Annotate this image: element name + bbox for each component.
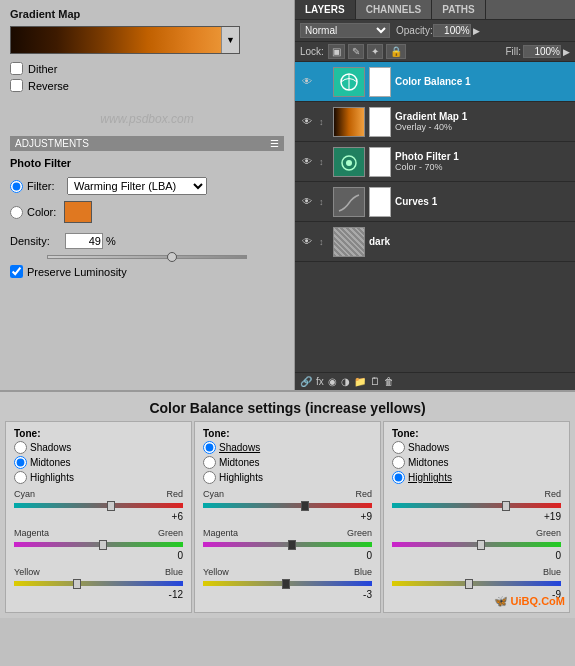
blue-thumb-3[interactable] [465, 579, 473, 589]
fill-input[interactable] [523, 45, 561, 58]
gradient-bar-container[interactable]: ▼ [10, 26, 240, 54]
layer-info-cb1: Color Balance 1 [395, 76, 571, 87]
red-label-3: Red [544, 489, 561, 499]
cyan-label-2: Cyan [203, 489, 224, 499]
fill-label: Fill: [505, 46, 521, 57]
yellow-blue-thumb-2[interactable] [282, 579, 290, 589]
layer-info-dark: dark [369, 236, 571, 247]
opacity-arrow[interactable]: ▶ [473, 26, 480, 36]
tone-highlights-3: Highlights [392, 471, 561, 484]
tone-shadows-radio-2[interactable] [203, 441, 216, 454]
layer-info-pf1: Photo Filter 1 Color - 70% [395, 151, 571, 172]
density-input[interactable] [65, 233, 103, 249]
opacity-input[interactable] [433, 24, 471, 37]
layer-curves-1[interactable]: 👁 ↕ Curves 1 [295, 182, 575, 222]
yellow-blue-thumb-1[interactable] [73, 579, 81, 589]
magenta-green-row-2: Magenta Green 0 [203, 528, 372, 561]
blue-track-3[interactable] [392, 581, 561, 586]
eye-icon-c1[interactable]: 👁 [299, 194, 315, 210]
yellow-label-1: Yellow [14, 567, 40, 577]
reverse-label: Reverse [28, 80, 69, 92]
eye-icon-dark[interactable]: 👁 [299, 234, 315, 250]
magenta-green-thumb-1[interactable] [99, 540, 107, 550]
lock-icons: ▣ ✎ ✦ 🔒 [328, 44, 506, 59]
mask-icon[interactable]: ◉ [328, 376, 337, 387]
red-thumb-3[interactable] [502, 501, 510, 511]
tone-shadows-radio-3[interactable] [392, 441, 405, 454]
red-value-3: +19 [392, 511, 561, 522]
mask-thumb-pf1 [369, 147, 391, 177]
folder-icon[interactable]: 📁 [354, 376, 366, 387]
cyan-red-track-wrap-2 [203, 500, 372, 510]
tone-highlights-radio-3[interactable] [392, 471, 405, 484]
magenta-green-thumb-2[interactable] [288, 540, 296, 550]
color-radio[interactable] [10, 206, 23, 219]
fx-icon[interactable]: fx [316, 376, 324, 387]
density-slider-thumb[interactable] [167, 252, 177, 262]
tone-midtones-3: Midtones [392, 456, 561, 469]
layer-photo-filter-1[interactable]: 👁 ↕ Photo Filter 1 Color - 70% [295, 142, 575, 182]
adjustments-icon[interactable]: ☰ [270, 138, 279, 149]
cb-sliders-3: Red +19 Green [392, 489, 561, 600]
blend-mode-select[interactable]: Normal [300, 23, 390, 38]
color-balance-section: Color Balance settings (increase yellows… [0, 390, 575, 618]
thumb-c1 [333, 187, 365, 217]
tone-shadows-label-3: Shadows [408, 442, 449, 453]
magenta-green-track-2[interactable] [203, 542, 372, 547]
new-layer-icon[interactable]: 🗒 [370, 376, 380, 387]
cyan-red-thumb-2[interactable] [301, 501, 309, 511]
lock-transparent-btn[interactable]: ▣ [328, 44, 345, 59]
tone-shadows-radio-1[interactable] [14, 441, 27, 454]
lock-paint-btn[interactable]: ✎ [348, 44, 364, 59]
dither-checkbox[interactable] [10, 62, 23, 75]
layers-bottom-bar: 🔗 fx ◉ ◑ 📁 🗒 🗑 [295, 372, 575, 390]
tone-midtones-radio-2[interactable] [203, 456, 216, 469]
eye-icon-pf1[interactable]: 👁 [299, 154, 315, 170]
adjustment-icon[interactable]: ◑ [341, 376, 350, 387]
tone-midtones-2: Midtones [203, 456, 372, 469]
cb-panel-1: Tone: Shadows Midtones Highlights Cyan R… [5, 421, 192, 613]
eye-icon-cb1[interactable]: 👁 [299, 74, 315, 90]
tab-layers[interactable]: LAYERS [295, 0, 356, 19]
cb-sliders-1: Cyan Red +6 Magenta Green [14, 489, 183, 600]
link-icon[interactable]: 🔗 [300, 376, 312, 387]
fill-arrow[interactable]: ▶ [563, 47, 570, 57]
yellow-blue-row-2: Yellow Blue -3 [203, 567, 372, 600]
layers-controls: Normal Opacity: ▶ [295, 20, 575, 42]
magenta-green-track-1[interactable] [14, 542, 183, 547]
filter-select[interactable]: Warming Filter (LBA) [67, 177, 207, 195]
tone-highlights-radio-2[interactable] [203, 471, 216, 484]
trash-icon[interactable]: 🗑 [384, 376, 394, 387]
green-track-3[interactable] [392, 542, 561, 547]
red-track-wrap-3 [392, 500, 561, 510]
layer-color-balance-1[interactable]: 👁 Color Balance 1 [295, 62, 575, 102]
tab-channels[interactable]: CHANNELS [356, 0, 433, 19]
color-swatch[interactable] [64, 201, 92, 223]
tone-highlights-radio-1[interactable] [14, 471, 27, 484]
cyan-red-track-2[interactable] [203, 503, 372, 508]
density-slider-track[interactable] [47, 255, 247, 259]
reverse-checkbox[interactable] [10, 79, 23, 92]
cyan-red-thumb-1[interactable] [107, 501, 115, 511]
tab-paths[interactable]: PATHS [432, 0, 485, 19]
red-track-3[interactable] [392, 503, 561, 508]
yellow-blue-track-2[interactable] [203, 581, 372, 586]
lock-move-btn[interactable]: ✦ [367, 44, 383, 59]
uibq-watermark: 🦋 UiBQ.CoM [494, 595, 565, 608]
cyan-red-track-1[interactable] [14, 503, 183, 508]
eye-icon-gm1[interactable]: 👁 [299, 114, 315, 130]
lock-all-btn[interactable]: 🔒 [386, 44, 406, 59]
gradient-dropdown-arrow[interactable]: ▼ [221, 27, 239, 53]
green-thumb-3[interactable] [477, 540, 485, 550]
filter-radio[interactable] [10, 180, 23, 193]
layer-gradient-map-1[interactable]: 👁 ↕ Gradient Map 1 Overlay - 40% [295, 102, 575, 142]
preserve-checkbox[interactable] [10, 265, 23, 278]
filter-label: Filter: [27, 180, 67, 192]
tone-label-3: Tone: [392, 428, 561, 439]
layer-dark[interactable]: 👁 ↕ dark [295, 222, 575, 262]
yellow-blue-track-1[interactable] [14, 581, 183, 586]
tone-shadows-label-2: Shadows [219, 442, 260, 453]
gradient-map-title: Gradient Map [10, 8, 284, 20]
tone-midtones-radio-3[interactable] [392, 456, 405, 469]
tone-midtones-radio-1[interactable] [14, 456, 27, 469]
